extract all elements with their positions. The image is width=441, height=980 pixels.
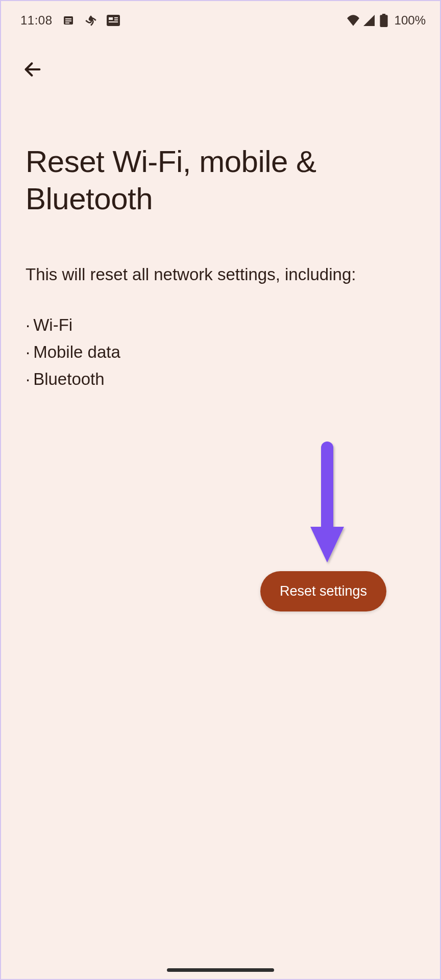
- reset-items-list: · Wi-Fi · Mobile data · Bluetooth: [1, 291, 440, 403]
- svg-rect-5: [109, 17, 113, 20]
- svg-rect-1: [65, 18, 71, 19]
- list-item-label: Mobile data: [33, 339, 120, 366]
- status-bar: 11:08: [1, 1, 440, 37]
- list-item: · Bluetooth: [26, 366, 415, 393]
- bullet-dot: ·: [26, 339, 30, 366]
- svg-rect-6: [114, 17, 118, 18]
- list-item-label: Bluetooth: [33, 366, 104, 393]
- wifi-icon: [347, 14, 360, 27]
- bullet-dot: ·: [26, 366, 30, 393]
- list-item: · Mobile data: [26, 339, 415, 366]
- messages-icon: [62, 14, 75, 27]
- bullet-dot: ·: [26, 312, 30, 339]
- svg-rect-4: [107, 15, 120, 26]
- battery-icon: [377, 14, 390, 27]
- svg-rect-8: [109, 21, 118, 22]
- svg-rect-3: [65, 22, 69, 23]
- page-title: Reset Wi-Fi, mobile & Bluetooth: [1, 92, 440, 233]
- page-description: This will reset all network settings, in…: [1, 233, 440, 291]
- svg-rect-12: [321, 442, 333, 533]
- status-time: 11:08: [20, 13, 53, 28]
- reset-settings-button[interactable]: Reset settings: [260, 571, 386, 611]
- svg-rect-2: [65, 20, 71, 21]
- news-icon: [107, 14, 120, 27]
- status-bar-right: 100%: [347, 13, 426, 28]
- annotation-arrow-icon: [304, 437, 350, 570]
- back-button[interactable]: [20, 57, 45, 82]
- svg-rect-10: [380, 15, 387, 27]
- navigation-handle[interactable]: [167, 968, 274, 972]
- status-bar-left: 11:08: [20, 13, 120, 28]
- signal-icon: [362, 14, 375, 27]
- battery-percentage: 100%: [395, 13, 426, 28]
- arrow-left-icon: [22, 59, 43, 80]
- svg-rect-7: [114, 19, 118, 20]
- list-item: · Wi-Fi: [26, 312, 415, 339]
- photos-icon: [84, 14, 97, 27]
- list-item-label: Wi-Fi: [33, 312, 72, 339]
